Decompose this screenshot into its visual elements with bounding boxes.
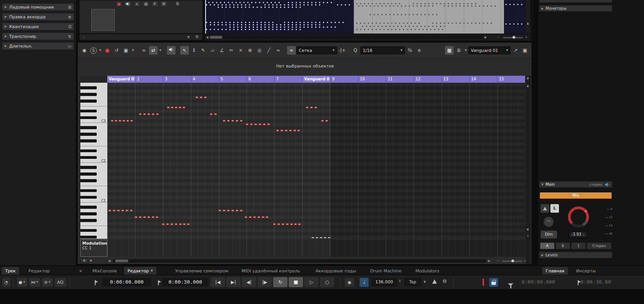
horizontal-scrollbar[interactable] [210, 36, 483, 39]
left-locator-icon[interactable] [95, 280, 96, 285]
scroll-up-icon[interactable]: ▲ [527, 84, 529, 88]
ruler-bar-cell[interactable]: 7 [274, 76, 302, 83]
black-key[interactable] [80, 133, 97, 136]
ruler-bar-cell[interactable]: 2 [135, 76, 163, 83]
midi-note[interactable] [156, 113, 159, 115]
midi-note[interactable] [179, 107, 181, 108]
right-zone-tab[interactable]: Инсерты [573, 267, 599, 275]
midi-note[interactable] [263, 123, 266, 125]
black-key[interactable] [80, 116, 97, 119]
midi-note[interactable] [117, 210, 120, 212]
zoom-in-icon[interactable]: + [525, 36, 528, 39]
retrospective-record-button[interactable]: ↺ [112, 46, 121, 55]
midi-note[interactable] [276, 130, 279, 132]
midi-note[interactable] [214, 113, 217, 115]
right-locator-icon[interactable] [158, 280, 159, 285]
midi-note[interactable] [143, 113, 146, 115]
show-part-borders-button[interactable]: ⇄ [149, 46, 158, 55]
scroll-right-icon[interactable]: ▶ [484, 36, 487, 39]
horizontal-scrollbar[interactable] [113, 259, 486, 263]
midi-note[interactable] [115, 120, 117, 122]
listen-button[interactable]: L [550, 204, 559, 213]
midi-note[interactable] [200, 96, 202, 98]
part-select[interactable]: Vanguard 01▼ [468, 46, 511, 54]
ruler-options-icon[interactable]: ▼ [527, 77, 529, 81]
midi-note[interactable] [240, 120, 243, 122]
midi-note[interactable] [152, 113, 154, 115]
open-quantize-panel-button[interactable]: e [415, 46, 424, 55]
midi-note[interactable] [119, 120, 121, 122]
tempo-field[interactable]: 136.000 [371, 278, 397, 286]
midi-note[interactable] [143, 216, 146, 218]
zoom-tool[interactable]: ◎ [255, 46, 264, 55]
midi-note[interactable] [147, 216, 150, 218]
common-record-modes-dropdown[interactable]: ●▼ [17, 278, 27, 287]
lower-zone-tab[interactable]: Modulators [412, 267, 443, 275]
scroll-down-icon[interactable]: ▼ [527, 228, 529, 232]
midi-note[interactable] [298, 223, 301, 225]
filter-icon[interactable] [508, 283, 513, 286]
line-tool[interactable]: ╱ [264, 46, 273, 55]
midi-note[interactable] [246, 123, 248, 125]
erase-tool[interactable]: ▱ [208, 46, 217, 55]
chord-editing-panel[interactable]: ▶Правка аккорда≣ [2, 13, 74, 21]
draw-tool[interactable]: ✎ [199, 46, 208, 55]
controller-lane-label[interactable]: Modulation CC 1 [80, 240, 107, 257]
go-to-next-marker-button[interactable]: ▶| [226, 277, 241, 287]
midi-note[interactable] [179, 223, 182, 225]
constrain-delay-compensation-button[interactable]: ◔ [2, 278, 10, 287]
tab-dropdown-icon[interactable]: ▼ [151, 269, 153, 272]
midi-note[interactable] [249, 216, 252, 218]
iterative-quantize-button[interactable]: % [406, 46, 414, 55]
stepper-icon[interactable]: ⇕ [583, 233, 585, 236]
midi-note[interactable] [286, 223, 289, 225]
event-colors-dropdown[interactable]: ▼ [464, 49, 468, 52]
mute-tool[interactable]: × [236, 46, 245, 55]
black-key[interactable] [80, 212, 97, 215]
audio-record-modes-dropdown[interactable]: ⋈▼ [29, 278, 40, 287]
close-lower-zone-button[interactable]: × [77, 267, 84, 275]
metronome-click-button[interactable] [541, 204, 549, 213]
record-button[interactable]: ○ [320, 277, 334, 287]
zoom-vertical-in-icon[interactable]: + [527, 234, 529, 238]
left-zone-tab[interactable]: Редактор [25, 267, 53, 275]
midi-note[interactable] [310, 107, 313, 108]
collapse-track-button[interactable]: - [83, 34, 84, 39]
midi-note[interactable] [266, 216, 268, 218]
lower-zone-tab[interactable]: MIDI удалённый контроль [238, 267, 304, 275]
collapsed-rack-header[interactable] [539, 0, 612, 3]
controller-lane-dropdown-icon[interactable]: ▼ [90, 259, 92, 263]
precount-button[interactable]: ◉ [345, 278, 354, 287]
time-warp-tool[interactable]: ≈ [274, 46, 282, 55]
autoscroll-dropdown[interactable]: ▼ [131, 49, 135, 52]
monitor-button[interactable] [124, 1, 131, 7]
black-key[interactable] [80, 93, 97, 96]
midi-note[interactable] [147, 113, 150, 115]
overview-vertical-scrollbar[interactable]: ▲ [525, 0, 530, 34]
snap-type-button[interactable]: -|+ [338, 46, 346, 55]
scale-assistant-panel[interactable]: ▶Ладовый помощник⊞ [2, 3, 74, 11]
scroll-left-icon[interactable]: ◀ [108, 259, 110, 263]
midi-note[interactable] [231, 210, 234, 212]
midi-note[interactable] [297, 130, 300, 132]
black-key[interactable] [80, 100, 97, 103]
black-key[interactable] [80, 110, 97, 113]
midi-note[interactable] [130, 210, 133, 212]
ruler-bar-cell[interactable]: 4 [191, 76, 218, 83]
midi-note[interactable] [245, 216, 247, 218]
lower-zone-tab[interactable]: MixConsole [89, 267, 121, 275]
set-up-window-layout-button[interactable]: ▣ [521, 46, 529, 55]
midi-note[interactable] [175, 107, 177, 108]
midi-note[interactable] [152, 216, 154, 218]
ruler-bar-cell[interactable]: 3 [163, 76, 191, 83]
ruler-bar-cell[interactable]: 9 [330, 76, 358, 83]
midi-note[interactable] [175, 223, 177, 225]
rewind-button[interactable]: ◀| [242, 277, 256, 287]
mix-source-bar[interactable]: Mix [540, 192, 612, 199]
midi-note[interactable] [223, 120, 225, 122]
go-to-previous-marker-button[interactable]: |◀ [211, 277, 225, 287]
ruler-part-cell[interactable]: Vanguard 01 [107, 76, 135, 83]
add-controller-lane-button[interactable]: + [80, 258, 88, 263]
midi-note[interactable] [170, 223, 173, 225]
monitors-rack-header[interactable]: ▶ Мониторы [539, 5, 612, 12]
